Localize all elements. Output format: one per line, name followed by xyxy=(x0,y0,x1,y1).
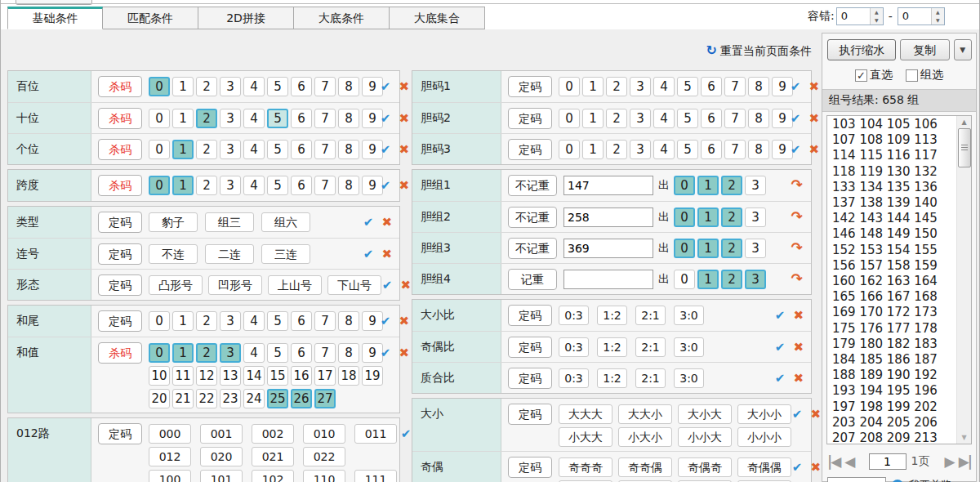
option-cell[interactable]: 5 xyxy=(267,140,288,159)
option-cell[interactable]: 20 xyxy=(149,389,170,408)
option-cell[interactable]: 0 xyxy=(149,343,170,363)
option-cell[interactable]: 3 xyxy=(745,239,766,258)
confirm-icon[interactable]: ✔ xyxy=(775,371,786,386)
option-cell[interactable]: 组三 xyxy=(205,212,254,232)
page-input[interactable] xyxy=(869,453,906,470)
confirm-icon[interactable]: ✔ xyxy=(791,111,801,126)
confirm-icon[interactable]: ✔ xyxy=(791,142,801,157)
option-cell[interactable]: 2:1 xyxy=(635,368,666,388)
option-cell[interactable]: 5 xyxy=(677,77,698,96)
confirm-icon[interactable]: ✔ xyxy=(381,178,391,193)
mode-button[interactable]: 不记重 xyxy=(508,175,557,196)
option-cell[interactable]: 3 xyxy=(630,77,651,96)
option-cell[interactable]: 4 xyxy=(243,109,265,128)
mode-button[interactable]: 定码 xyxy=(508,337,552,358)
option-cell[interactable]: 3 xyxy=(630,140,651,159)
option-cell[interactable]: 0 xyxy=(674,176,695,195)
mode-button[interactable]: 记重 xyxy=(508,269,557,290)
mode-button[interactable]: 定码 xyxy=(508,305,552,326)
option-cell[interactable]: 3 xyxy=(220,343,241,363)
option-cell[interactable]: 2 xyxy=(606,109,627,128)
confirm-icon[interactable]: ✔ xyxy=(792,460,803,475)
option-cell[interactable]: 0:3 xyxy=(559,306,589,325)
mode-button[interactable]: 杀码 xyxy=(98,342,142,364)
tolerance-max-spinner[interactable]: ▲ ▼ xyxy=(931,8,944,25)
option-cell[interactable]: 奇偶偶 xyxy=(737,457,791,477)
option-cell[interactable]: 0 xyxy=(559,77,580,96)
option-cell[interactable]: 4 xyxy=(243,311,265,331)
option-cell[interactable]: 1 xyxy=(172,311,194,331)
mode-button[interactable]: 定码 xyxy=(98,243,142,265)
pager-prev-button[interactable]: ◀ xyxy=(844,453,853,470)
option-cell[interactable]: 022 xyxy=(303,447,345,466)
option-cell[interactable]: 2 xyxy=(721,239,742,258)
option-cell[interactable]: 3:0 xyxy=(674,306,704,325)
option-cell[interactable]: 8 xyxy=(748,109,769,128)
option-cell[interactable]: 2 xyxy=(196,311,217,331)
clear-icon[interactable]: ✖ xyxy=(808,111,819,126)
pager-last-button[interactable]: ▶| xyxy=(959,453,971,470)
option-cell[interactable]: 17 xyxy=(314,366,336,386)
option-cell[interactable]: 0 xyxy=(674,270,695,289)
option-cell[interactable]: 6 xyxy=(291,343,312,363)
copy-button[interactable]: 复制 xyxy=(900,39,950,60)
option-cell[interactable]: 下山号 xyxy=(327,275,381,295)
pager-first-button[interactable]: |◀ xyxy=(827,453,840,470)
option-cell[interactable]: 3 xyxy=(220,77,241,96)
apply-arrow-icon[interactable]: ↷ xyxy=(791,176,803,193)
option-cell[interactable]: 10 xyxy=(149,366,170,386)
option-cell[interactable]: 2:1 xyxy=(635,306,666,325)
mode-button[interactable]: 杀码 xyxy=(98,139,142,160)
option-cell[interactable]: 凸形号 xyxy=(149,275,203,295)
option-cell[interactable]: 12 xyxy=(196,366,217,386)
scroll-thumb[interactable] xyxy=(958,128,971,167)
option-cell[interactable]: 111 xyxy=(354,470,397,482)
checkbox-direct-box[interactable]: ✓ xyxy=(855,69,867,82)
option-cell[interactable]: 奇奇奇 xyxy=(559,457,612,477)
option-cell[interactable]: 4 xyxy=(243,176,265,195)
option-cell[interactable]: 8 xyxy=(338,140,359,159)
confirm-icon[interactable]: ✔ xyxy=(381,79,391,94)
option-cell[interactable]: 16 xyxy=(291,366,312,386)
option-cell[interactable]: 6 xyxy=(291,109,312,128)
option-cell[interactable]: 8 xyxy=(748,140,769,159)
apply-arrow-icon[interactable]: ↷ xyxy=(791,208,803,225)
option-cell[interactable]: 4 xyxy=(653,140,675,159)
option-cell[interactable]: 0 xyxy=(149,311,170,331)
option-cell[interactable]: 小大小 xyxy=(618,427,672,447)
option-cell[interactable]: 奇奇偶 xyxy=(618,457,672,477)
option-cell[interactable]: 4 xyxy=(653,77,675,96)
mode-button[interactable]: 定码 xyxy=(508,404,552,425)
result-list[interactable]: 103 104 105 106107 108 109 113114 115 11… xyxy=(826,115,972,444)
option-cell[interactable]: 7 xyxy=(314,343,336,363)
clear-icon[interactable]: ✖ xyxy=(381,247,392,261)
option-cell[interactable]: 1 xyxy=(172,343,194,363)
option-cell[interactable]: 5 xyxy=(267,343,288,363)
option-cell[interactable]: 13 xyxy=(220,366,241,386)
option-cell[interactable]: 5 xyxy=(267,109,288,128)
option-cell[interactable]: 25 xyxy=(267,389,288,408)
option-cell[interactable]: 1 xyxy=(697,208,719,227)
mode-button[interactable]: 定码 xyxy=(508,368,552,389)
option-cell[interactable]: 8 xyxy=(338,77,359,96)
option-cell[interactable]: 4 xyxy=(653,109,675,128)
clear-icon[interactable]: ✖ xyxy=(793,340,804,355)
option-cell[interactable]: 7 xyxy=(314,176,336,195)
option-cell[interactable]: 7 xyxy=(724,77,746,96)
mode-button[interactable]: 杀码 xyxy=(98,76,142,97)
dan-group-input[interactable] xyxy=(564,208,653,227)
option-cell[interactable]: 11 xyxy=(172,366,194,386)
dan-group-input[interactable] xyxy=(564,176,653,195)
option-cell[interactable]: 0 xyxy=(149,77,170,96)
option-cell[interactable]: 2 xyxy=(721,208,742,227)
option-cell[interactable]: 2 xyxy=(196,77,217,96)
option-cell[interactable]: 1 xyxy=(172,176,194,195)
option-cell[interactable]: 3 xyxy=(220,176,241,195)
option-cell[interactable]: 3 xyxy=(220,311,241,331)
option-cell[interactable]: 6 xyxy=(291,311,312,331)
option-cell[interactable]: 3:0 xyxy=(674,368,704,388)
option-cell[interactable]: 4 xyxy=(243,343,265,363)
option-cell[interactable]: 011 xyxy=(354,424,397,444)
option-cell[interactable]: 5 xyxy=(267,77,288,96)
option-cell[interactable]: 1 xyxy=(582,77,604,96)
